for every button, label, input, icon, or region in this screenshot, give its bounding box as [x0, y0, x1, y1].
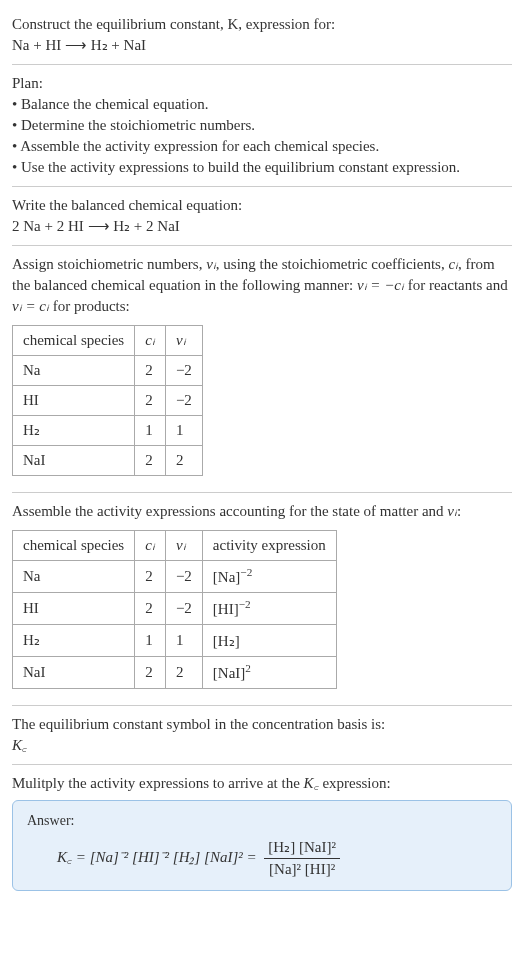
- plan-item: • Assemble the activity expression for e…: [12, 136, 512, 157]
- expr-sup: −2: [240, 566, 252, 578]
- cell: 2: [135, 657, 166, 689]
- col-header: cᵢ: [135, 326, 166, 356]
- divider: [12, 764, 512, 765]
- text: Mulitply the activity expressions to arr…: [12, 775, 304, 791]
- table-row: Na 2 −2 [Na]−2: [13, 561, 337, 593]
- table-row: NaI 2 2 [NaI]2: [13, 657, 337, 689]
- header-block: Construct the equilibrium constant, K, e…: [12, 8, 512, 62]
- cell: 1: [135, 416, 166, 446]
- plan-item: • Use the activity expressions to build …: [12, 157, 512, 178]
- activity-table: chemical species cᵢ νᵢ activity expressi…: [12, 530, 337, 689]
- cell: [Na]−2: [202, 561, 336, 593]
- answer-lhs: K꜀ = [Na]⁻² [HI]⁻² [H₂] [NaI]² =: [57, 849, 260, 865]
- kc-symbol-line1: The equilibrium constant symbol in the c…: [12, 714, 512, 735]
- stoich-table: chemical species cᵢ νᵢ Na 2 −2 HI 2 −2 H…: [12, 325, 203, 476]
- col-header: chemical species: [13, 326, 135, 356]
- cell: 2: [135, 356, 166, 386]
- expr-sup: 2: [245, 662, 251, 674]
- text: expression:: [319, 775, 391, 791]
- cell: 2: [165, 657, 202, 689]
- table-header-row: chemical species cᵢ νᵢ: [13, 326, 203, 356]
- table-row: Na 2 −2: [13, 356, 203, 386]
- divider: [12, 64, 512, 65]
- cell: 1: [165, 416, 202, 446]
- title-text: Construct the equilibrium constant, K, e…: [12, 16, 335, 32]
- stoich-text: Assign stoichiometric numbers, νᵢ, using…: [12, 254, 512, 317]
- cell: NaI: [13, 657, 135, 689]
- ci-symbol: cᵢ: [448, 256, 458, 272]
- cell: 2: [135, 386, 166, 416]
- divider: [12, 492, 512, 493]
- cell: −2: [165, 386, 202, 416]
- text: :: [457, 503, 461, 519]
- col-header: νᵢ: [165, 531, 202, 561]
- kc-inline: K꜀: [304, 775, 319, 791]
- balanced-heading: Write the balanced chemical equation:: [12, 195, 512, 216]
- table-row: HI 2 −2: [13, 386, 203, 416]
- text: Assign stoichiometric numbers,: [12, 256, 206, 272]
- plan-block: Plan: • Balance the chemical equation. •…: [12, 67, 512, 184]
- table-row: HI 2 −2 [HI]−2: [13, 593, 337, 625]
- unbalanced-equation: Na + HI ⟶ H₂ + NaI: [12, 35, 512, 56]
- cell: Na: [13, 561, 135, 593]
- cell: 2: [165, 446, 202, 476]
- divider: [12, 245, 512, 246]
- col-header: cᵢ: [135, 531, 166, 561]
- col-header: νᵢ: [165, 326, 202, 356]
- fraction-numerator: [H₂] [NaI]²: [264, 837, 340, 859]
- balanced-block: Write the balanced chemical equation: 2 …: [12, 189, 512, 243]
- text: , using the stoichiometric coefficients,: [216, 256, 449, 272]
- balanced-equation: 2 Na + 2 HI ⟶ H₂ + 2 NaI: [12, 216, 512, 237]
- expr-base: [HI]: [213, 601, 239, 617]
- plan-heading: Plan:: [12, 73, 512, 94]
- kc-symbol-block: The equilibrium constant symbol in the c…: [12, 708, 512, 762]
- cell: [H₂]: [202, 625, 336, 657]
- answer-box: Answer: K꜀ = [Na]⁻² [HI]⁻² [H₂] [NaI]² =…: [12, 800, 512, 891]
- answer-label: Answer:: [27, 811, 497, 831]
- rule-reactants: νᵢ = −cᵢ: [357, 277, 404, 293]
- cell: 1: [135, 625, 166, 657]
- divider: [12, 705, 512, 706]
- text: for products:: [49, 298, 130, 314]
- expr-sup: −2: [239, 598, 251, 610]
- activity-block: Assemble the activity expressions accoun…: [12, 495, 512, 703]
- expr-base: [H₂]: [213, 633, 240, 649]
- nu-symbol: νᵢ: [447, 503, 457, 519]
- cell: −2: [165, 593, 202, 625]
- table-row: H₂ 1 1 [H₂]: [13, 625, 337, 657]
- table-row: H₂ 1 1: [13, 416, 203, 446]
- cell: H₂: [13, 625, 135, 657]
- fraction: [H₂] [NaI]² [Na]² [HI]²: [264, 837, 340, 880]
- cell: 2: [135, 561, 166, 593]
- text: for reactants and: [404, 277, 508, 293]
- col-header: activity expression: [202, 531, 336, 561]
- cell: H₂: [13, 416, 135, 446]
- table-row: NaI 2 2: [13, 446, 203, 476]
- cell: HI: [13, 593, 135, 625]
- cell: −2: [165, 356, 202, 386]
- fraction-denominator: [Na]² [HI]²: [264, 859, 340, 880]
- cell: [NaI]2: [202, 657, 336, 689]
- cell: [HI]−2: [202, 593, 336, 625]
- cell: 2: [135, 593, 166, 625]
- expr-base: [Na]: [213, 569, 240, 585]
- divider: [12, 186, 512, 187]
- multiply-block: Mulitply the activity expressions to arr…: [12, 767, 512, 897]
- rule-products: νᵢ = cᵢ: [12, 298, 49, 314]
- plan-item: • Determine the stoichiometric numbers.: [12, 115, 512, 136]
- kc-symbol: K꜀: [12, 735, 512, 756]
- title-line: Construct the equilibrium constant, K, e…: [12, 14, 512, 35]
- table-header-row: chemical species cᵢ νᵢ activity expressi…: [13, 531, 337, 561]
- answer-equation: K꜀ = [Na]⁻² [HI]⁻² [H₂] [NaI]² = [H₂] [N…: [27, 837, 497, 880]
- multiply-heading: Mulitply the activity expressions to arr…: [12, 773, 512, 794]
- activity-heading: Assemble the activity expressions accoun…: [12, 501, 512, 522]
- col-header: chemical species: [13, 531, 135, 561]
- cell: HI: [13, 386, 135, 416]
- cell: Na: [13, 356, 135, 386]
- nu-symbol: νᵢ: [206, 256, 216, 272]
- expr-base: [NaI]: [213, 665, 245, 681]
- cell: 2: [135, 446, 166, 476]
- cell: 1: [165, 625, 202, 657]
- text: Assemble the activity expressions accoun…: [12, 503, 447, 519]
- plan-item: • Balance the chemical equation.: [12, 94, 512, 115]
